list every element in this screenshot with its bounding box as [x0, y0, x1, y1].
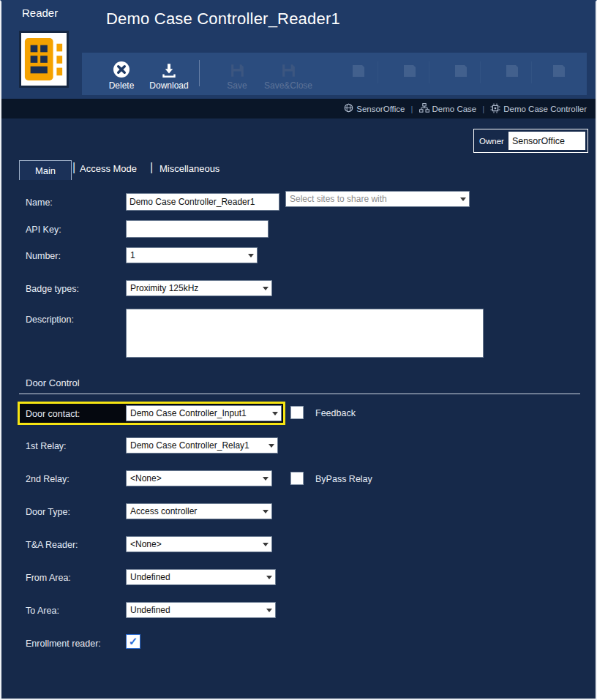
- delete-label: Delete: [98, 80, 145, 91]
- badge-types-label: Badge types:: [26, 284, 79, 294]
- download-label: Download: [146, 80, 192, 91]
- name-label: Name:: [26, 197, 53, 208]
- first-relay-label: 1st Relay:: [26, 441, 67, 451]
- chevron-down-icon: [265, 438, 277, 453]
- page-title: Demo Case Controller_Reader1: [106, 10, 340, 29]
- feedback-label: Feedback: [315, 408, 356, 418]
- breadcrumb-label: SensorOffice: [356, 105, 405, 113]
- tab-access-mode[interactable]: Access Mode: [80, 163, 137, 174]
- chevron-down-icon: [259, 281, 271, 296]
- to-area-label: To Area:: [26, 606, 59, 616]
- name-input[interactable]: [126, 193, 279, 211]
- enrollment-reader-checkbox[interactable]: [126, 634, 140, 649]
- disabled-toolbar-icon: [344, 59, 373, 79]
- from-area-dropdown[interactable]: Undefined: [126, 569, 276, 585]
- door-contact-dropdown[interactable]: Demo Case Controller_Input1: [126, 405, 282, 421]
- share-sites-dropdown[interactable]: Select sites to share with: [285, 191, 470, 207]
- ta-reader-value: <None>: [127, 539, 259, 549]
- breadcrumb-item-demo-case[interactable]: Demo Case: [419, 103, 477, 114]
- number-value: 1: [127, 250, 244, 260]
- tab-main[interactable]: Main: [19, 160, 72, 180]
- controller-chip-icon: [490, 103, 500, 115]
- delete-button[interactable]: Delete: [98, 59, 145, 91]
- number-dropdown[interactable]: 1: [126, 247, 258, 263]
- breadcrumb-item-sensoroffice[interactable]: SensorOffice: [344, 103, 405, 114]
- second-relay-label: 2nd Relay:: [26, 474, 70, 484]
- disabled-toolbar-icon: [395, 59, 424, 79]
- disabled-toolbar-icon: [446, 59, 476, 79]
- description-textarea[interactable]: [126, 309, 484, 358]
- chevron-down-icon: [263, 570, 275, 584]
- first-relay-value: Demo Case Controller_Relay1: [127, 440, 265, 451]
- disabled-toolbar-icon: [497, 59, 527, 79]
- door-control-heading: Door Control: [26, 377, 80, 388]
- ta-reader-label: T&A Reader:: [26, 540, 78, 550]
- header: Reader Demo Case Controller_Reader1 Dele…: [1, 1, 596, 99]
- breadcrumb-separator: |: [411, 105, 413, 113]
- badge-types-dropdown[interactable]: Proximity 125kHz: [126, 280, 272, 296]
- delete-icon: [98, 59, 145, 79]
- api-key-label: API Key:: [26, 225, 61, 235]
- download-icon: [146, 59, 192, 79]
- door-contact-label: Door contact:: [26, 409, 80, 419]
- bypass-relay-checkbox[interactable]: [290, 472, 304, 485]
- sitemap-icon: [419, 103, 429, 114]
- chevron-down-icon: [457, 192, 469, 206]
- from-area-value: Undefined: [127, 572, 263, 582]
- door-contact-value: Demo Case Controller_Input1: [127, 408, 269, 418]
- chevron-down-icon: [244, 248, 257, 263]
- number-label: Number:: [26, 251, 61, 261]
- tab-separator: |: [72, 161, 75, 174]
- chevron-down-icon: [263, 603, 275, 617]
- door-contact-highlight: Door contact: Demo Case Controller_Input…: [18, 402, 285, 425]
- from-area-label: From Area:: [26, 573, 71, 583]
- door-type-value: Access controller: [127, 506, 259, 516]
- toolbar-separator: [199, 60, 200, 86]
- chevron-down-icon: [259, 471, 271, 486]
- description-label: Description:: [26, 315, 74, 325]
- feedback-checkbox[interactable]: [290, 406, 304, 419]
- toolbar-separator: [480, 61, 481, 83]
- globe-icon: [344, 103, 353, 114]
- tab-separator: |: [150, 161, 153, 174]
- owner-label: Owner: [479, 137, 504, 146]
- first-relay-dropdown[interactable]: Demo Case Controller_Relay1: [126, 437, 278, 454]
- owner-field-group: Owner SensorOffice: [473, 129, 588, 153]
- share-sites-placeholder: Select sites to share with: [286, 194, 457, 204]
- app-label: Reader: [22, 7, 58, 19]
- save-close-icon: [261, 59, 315, 79]
- to-area-dropdown[interactable]: Undefined: [126, 602, 276, 618]
- breadcrumb-separator: |: [482, 105, 484, 113]
- section-divider: [19, 394, 580, 394]
- reader-app-icon: [19, 31, 69, 88]
- second-relay-dropdown[interactable]: <None>: [126, 470, 272, 486]
- chevron-down-icon: [269, 406, 281, 421]
- door-type-label: Door Type:: [26, 507, 70, 517]
- toolbar-separator: [378, 61, 378, 83]
- save-close-label: Save&Close: [261, 80, 315, 91]
- download-button[interactable]: Download: [146, 59, 192, 91]
- breadcrumb: SensorOffice | Demo Case |: [1, 99, 596, 118]
- ta-reader-dropdown[interactable]: <None>: [126, 536, 272, 552]
- badge-types-value: Proximity 125kHz: [127, 283, 259, 293]
- second-relay-value: <None>: [127, 473, 259, 483]
- tab-miscellaneous[interactable]: Miscellaneous: [159, 163, 219, 174]
- save-button[interactable]: Save: [215, 59, 259, 91]
- toolbar-separator: [429, 61, 429, 83]
- breadcrumb-label: Demo Case: [432, 105, 477, 113]
- door-type-dropdown[interactable]: Access controller: [126, 503, 272, 519]
- to-area-value: Undefined: [127, 605, 263, 615]
- breadcrumb-label: Demo Case Controller: [503, 105, 587, 113]
- api-key-input[interactable]: [126, 220, 269, 238]
- disabled-toolbar-icon: [544, 59, 574, 79]
- chevron-down-icon: [259, 537, 271, 552]
- reader-window: Reader Demo Case Controller_Reader1 Dele…: [0, 0, 597, 700]
- breadcrumb-item-demo-case-controller[interactable]: Demo Case Controller: [490, 103, 587, 115]
- toolbar-separator: [531, 61, 532, 83]
- owner-value[interactable]: SensorOffice: [508, 132, 585, 150]
- chevron-down-icon: [259, 504, 271, 519]
- bypass-relay-label: ByPass Relay: [315, 474, 372, 484]
- enrollment-reader-label: Enrollment reader:: [26, 639, 101, 649]
- save-icon: [215, 59, 259, 79]
- save-close-button[interactable]: Save&Close: [261, 59, 315, 91]
